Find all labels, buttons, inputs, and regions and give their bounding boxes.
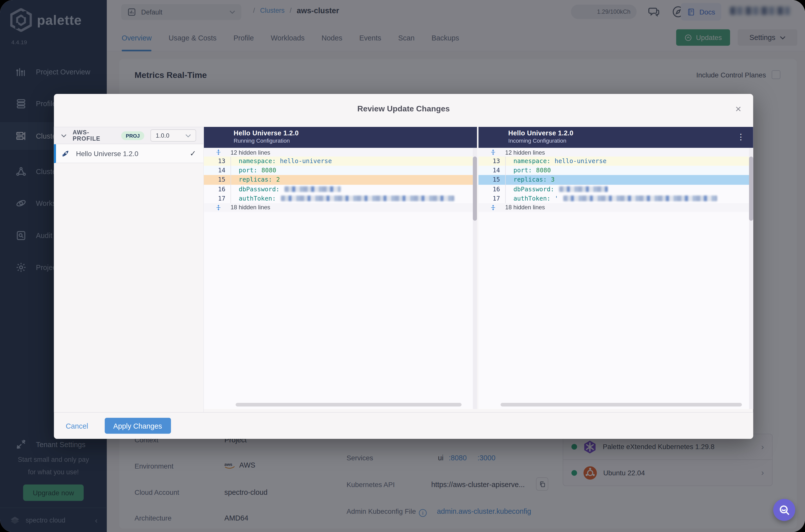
- pack-item-name: Hello Universe 1.2.0: [76, 150, 138, 157]
- diff-line: 17authToken:: [204, 194, 477, 203]
- kebab-menu-icon[interactable]: ⋮: [737, 132, 745, 141]
- diff-header-incoming: Hello Universe 1.2.0 Incoming Configurat…: [479, 127, 753, 148]
- diff-line: 17authToken:': [479, 194, 753, 203]
- modal-footer: Cancel Apply Changes: [54, 412, 753, 439]
- hidden-lines-bottom[interactable]: 18 hidden lines: [204, 203, 477, 212]
- check-icon: ✓: [190, 149, 196, 158]
- cancel-button[interactable]: Cancel: [66, 422, 88, 430]
- search-fab-button[interactable]: [773, 499, 795, 521]
- diff-panel-running: Hello Universe 1.2.0 Running Configurati…: [204, 127, 477, 409]
- diff-line: 13namespace:hello-universe: [204, 157, 477, 166]
- diff-line-changed: 15replicas:3: [479, 175, 753, 184]
- hidden-lines-label: 18 hidden lines: [231, 205, 270, 211]
- profile-pack-panel: AWS-PROFILE PROJ 1.0.0 Hello Universe 1.…: [54, 127, 204, 412]
- search-smile-icon: [778, 504, 790, 516]
- hidden-lines-label: 12 hidden lines: [231, 149, 270, 155]
- diff-panel-incoming: Hello Universe 1.2.0 Incoming Configurat…: [479, 127, 753, 409]
- diff-subtitle: Incoming Configuration: [508, 138, 753, 144]
- redacted-value: [285, 186, 341, 192]
- diff-title: Hello Universe 1.2.0: [508, 129, 753, 137]
- modal-title: Review Update Changes: [54, 104, 753, 113]
- profile-name: AWS-PROFILE: [73, 129, 115, 141]
- chevron-down-icon: [61, 133, 67, 138]
- review-update-changes-modal: Review Update Changes × AWS-PROFILE PROJ…: [54, 94, 753, 439]
- profile-scope-badge: PROJ: [121, 131, 145, 140]
- rocket-icon: [61, 149, 70, 158]
- unfold-icon: [215, 149, 222, 156]
- diff-title: Hello Universe 1.2.0: [233, 129, 477, 137]
- hidden-lines-top[interactable]: 12 hidden lines: [204, 148, 477, 157]
- redacted-value: [563, 196, 717, 202]
- diff-line: 14port:8080: [479, 166, 753, 175]
- profile-header[interactable]: AWS-PROFILE PROJ 1.0.0: [54, 127, 203, 144]
- app-window: palette 4.4.19 Project Overview Profiles…: [0, 0, 805, 532]
- unfold-icon: [490, 149, 497, 156]
- diff-subtitle: Running Configuration: [233, 138, 477, 144]
- horizontal-scrollbar[interactable]: [236, 403, 462, 406]
- diff-line: 13namespace:hello-universe: [479, 157, 753, 166]
- profile-version-select[interactable]: 1.0.0: [151, 129, 196, 141]
- chevron-down-icon: [185, 133, 191, 138]
- vertical-scrollbar[interactable]: [749, 148, 753, 409]
- diff-line: 16dbPassword:: [479, 185, 753, 194]
- unfold-icon: [490, 204, 497, 211]
- redacted-value: [559, 186, 608, 192]
- redacted-value: [281, 196, 455, 202]
- pack-item-hello-universe[interactable]: Hello Universe 1.2.0 ✓: [54, 144, 203, 163]
- vertical-scrollbar[interactable]: [473, 148, 477, 409]
- diff-line: 14port:8080: [204, 166, 477, 175]
- hidden-lines-bottom[interactable]: 18 hidden lines: [479, 203, 753, 212]
- apply-changes-button[interactable]: Apply Changes: [105, 418, 171, 434]
- profile-version-value: 1.0.0: [156, 132, 169, 139]
- diff-line-changed: 15replicas:2: [204, 175, 477, 184]
- hidden-lines-top[interactable]: 12 hidden lines: [479, 148, 753, 157]
- diff-line: 16dbPassword:: [204, 185, 477, 194]
- unfold-icon: [215, 204, 222, 211]
- hidden-lines-label: 18 hidden lines: [505, 205, 545, 211]
- close-icon[interactable]: ×: [733, 103, 744, 114]
- diff-header-running: Hello Universe 1.2.0 Running Configurati…: [204, 127, 477, 148]
- hidden-lines-label: 12 hidden lines: [505, 149, 545, 155]
- horizontal-scrollbar[interactable]: [501, 403, 742, 406]
